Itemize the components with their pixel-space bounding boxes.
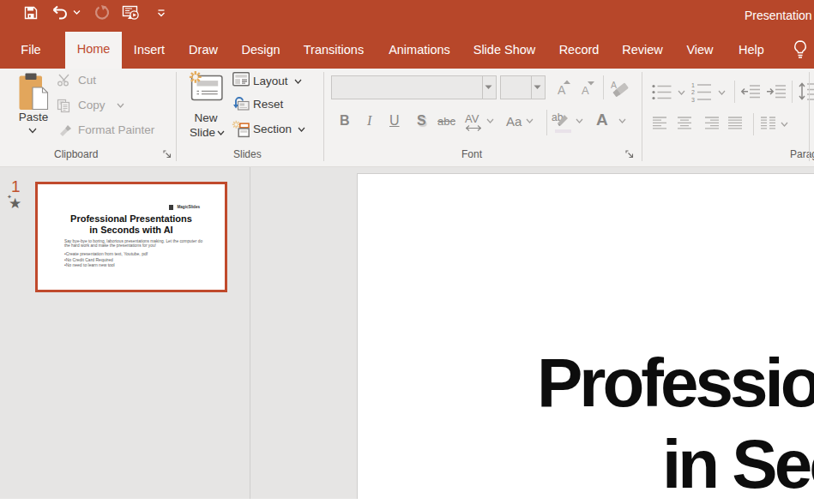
svg-text:A: A [611,81,617,90]
svg-text:3: 3 [691,97,695,103]
svg-text:2: 2 [691,89,695,95]
svg-text:1: 1 [691,82,695,88]
